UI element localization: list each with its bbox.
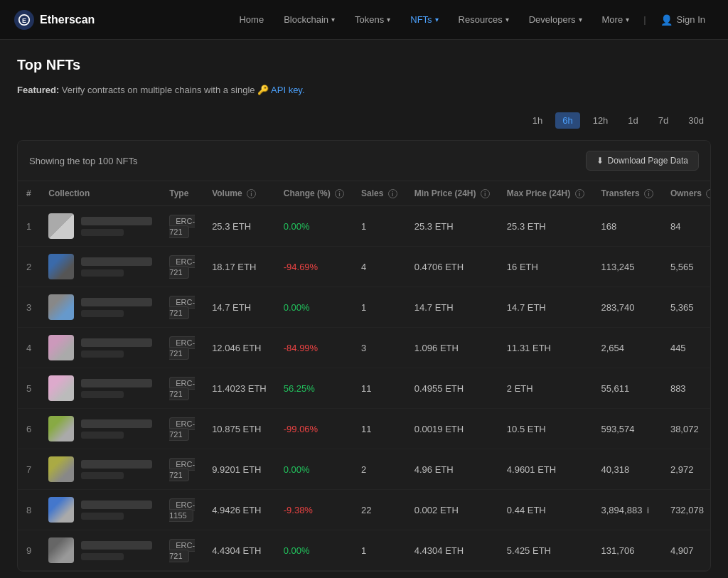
nft-thumbnail (48, 497, 74, 523)
nav-blockchain[interactable]: Blockchain ▾ (275, 9, 343, 31)
cell-change: -94.69% (275, 247, 353, 287)
cell-min-price: 0.0019 ETH (406, 409, 498, 449)
minprice-info-icon[interactable]: i (481, 189, 490, 198)
nft-name-placeholder (81, 541, 152, 550)
table-row: 8 ERC-1155 4.9426 ETH -9.38% 22 0.002 ET… (18, 490, 711, 530)
cell-volume: 14.7 ETH (203, 287, 275, 328)
time-6h[interactable]: 6h (555, 112, 579, 129)
nav-tokens[interactable]: Tokens ▾ (346, 9, 399, 31)
col-owners: Owners i (662, 181, 711, 206)
col-collection: Collection (40, 181, 161, 206)
nft-name-placeholder (81, 379, 152, 387)
cell-min-price: 4.96 ETH (406, 449, 498, 490)
type-badge: ERC-721 (169, 458, 195, 481)
cell-sales: 1 (353, 530, 406, 571)
time-1d[interactable]: 1d (621, 112, 645, 129)
table-row: 3 ERC-721 14.7 ETH 0.00% 1 14.7 ETH 14.7… (18, 287, 711, 328)
nav-nfts[interactable]: NFTs ▾ (402, 9, 446, 31)
featured-text: Verify contracts on multiple chains with… (62, 85, 271, 95)
col-volume: Volume i (203, 181, 275, 206)
cell-change: -9.38% (275, 490, 353, 530)
col-type: Type (161, 181, 203, 206)
cell-max-price: 5.425 ETH (498, 530, 593, 571)
table-row: 7 ERC-721 9.9201 ETH 0.00% 2 4.96 ETH 4.… (18, 449, 711, 490)
cell-max-price: 0.44 ETH (498, 490, 593, 530)
featured-bar: Featured: Verify contracts on multiple c… (17, 85, 711, 95)
sales-info-icon[interactable]: i (388, 189, 397, 198)
cell-collection[interactable] (40, 490, 161, 530)
col-change: Change (%) i (275, 181, 353, 206)
cell-owners: 883 (662, 368, 711, 409)
owners-info-icon[interactable]: i (706, 189, 711, 198)
cell-sales: 22 (353, 490, 406, 530)
cell-transfers: 2,654 (593, 328, 662, 368)
transfers-info-icon[interactable]: i (644, 189, 653, 198)
nft-name-placeholder (81, 338, 152, 347)
col-transfers: Transfers i (593, 181, 662, 206)
table-row: 6 ERC-721 10.875 ETH -99.06% 11 0.0019 E… (18, 409, 711, 449)
cell-type: ERC-721 (161, 530, 203, 571)
featured-api-link[interactable]: API key. (271, 85, 304, 95)
cell-collection[interactable] (40, 449, 161, 490)
cell-type: ERC-1155 (161, 490, 203, 530)
nav-resources[interactable]: Resources ▾ (450, 9, 518, 31)
time-30d[interactable]: 30d (681, 112, 711, 129)
cell-rank: 1 (18, 206, 40, 247)
cell-max-price: 10.5 ETH (498, 409, 593, 449)
type-badge: ERC-721 (169, 215, 195, 238)
cell-min-price: 0.4706 ETH (406, 247, 498, 287)
nft-sub-placeholder (81, 553, 124, 560)
page-title: Top NFTs (17, 57, 711, 73)
cell-max-price: 16 ETH (498, 247, 593, 287)
cell-min-price: 1.096 ETH (406, 328, 498, 368)
cell-owners: 445 (662, 328, 711, 368)
brand[interactable]: E Etherscan (14, 10, 95, 30)
nav-more[interactable]: More ▾ (594, 9, 638, 31)
cell-transfers: 168 (593, 206, 662, 247)
cell-owners: 84 (662, 206, 711, 247)
user-icon: 👤 (660, 14, 673, 26)
cell-collection[interactable] (40, 206, 161, 247)
cell-max-price: 4.9601 ETH (498, 449, 593, 490)
cell-max-price: 14.7 ETH (498, 287, 593, 328)
time-12h[interactable]: 12h (586, 112, 616, 129)
volume-info-icon[interactable]: i (247, 189, 256, 198)
table-row: 1 ERC-721 25.3 ETH 0.00% 1 25.3 ETH 25.3… (18, 206, 711, 247)
cell-sales: 1 (353, 206, 406, 247)
download-button[interactable]: ⬇ Download Page Data (586, 151, 699, 171)
time-1h[interactable]: 1h (525, 112, 550, 129)
nft-table: # Collection Type Volume i Change (%) i … (18, 181, 711, 571)
cell-type: ERC-721 (161, 368, 203, 409)
cell-collection[interactable] (40, 530, 161, 571)
maxprice-info-icon[interactable]: i (575, 189, 584, 198)
cell-collection[interactable] (40, 368, 161, 409)
signin-button[interactable]: 👤 Sign In (652, 9, 714, 31)
cell-sales: 11 (353, 368, 406, 409)
time-7d[interactable]: 7d (651, 112, 675, 129)
table-header: # Collection Type Volume i Change (%) i … (18, 181, 711, 206)
main-content: Top NFTs Featured: Verify contracts on m… (0, 40, 728, 578)
nav-home[interactable]: Home (230, 9, 272, 31)
cell-max-price: 25.3 ETH (498, 206, 593, 247)
brand-logo: E (14, 10, 34, 30)
cell-sales: 4 (353, 247, 406, 287)
cell-type: ERC-721 (161, 328, 203, 368)
cell-collection[interactable] (40, 409, 161, 449)
cell-collection[interactable] (40, 247, 161, 287)
navbar: E Etherscan Home Blockchain ▾ Tokens ▾ N… (0, 0, 728, 40)
table-row: 5 ERC-721 11.4023 ETH 56.25% 11 0.4955 E… (18, 368, 711, 409)
cell-min-price: 14.7 ETH (406, 287, 498, 328)
cell-max-price: 11.31 ETH (498, 328, 593, 368)
cell-collection[interactable] (40, 328, 161, 368)
nav-developers[interactable]: Developers ▾ (520, 9, 591, 31)
chevron-down-icon: ▾ (435, 16, 439, 23)
nft-table-container: Showing the top 100 NFTs ⬇ Download Page… (17, 140, 711, 572)
change-info-icon[interactable]: i (335, 189, 344, 198)
cell-min-price: 25.3 ETH (406, 206, 498, 247)
cell-collection[interactable] (40, 287, 161, 328)
cell-min-price: 0.4955 ETH (406, 368, 498, 409)
transfers-row-info-icon[interactable]: i (647, 505, 649, 515)
nft-sub-placeholder (81, 432, 124, 439)
nft-sub-placeholder (81, 269, 124, 277)
nft-sub-placeholder (81, 350, 124, 358)
